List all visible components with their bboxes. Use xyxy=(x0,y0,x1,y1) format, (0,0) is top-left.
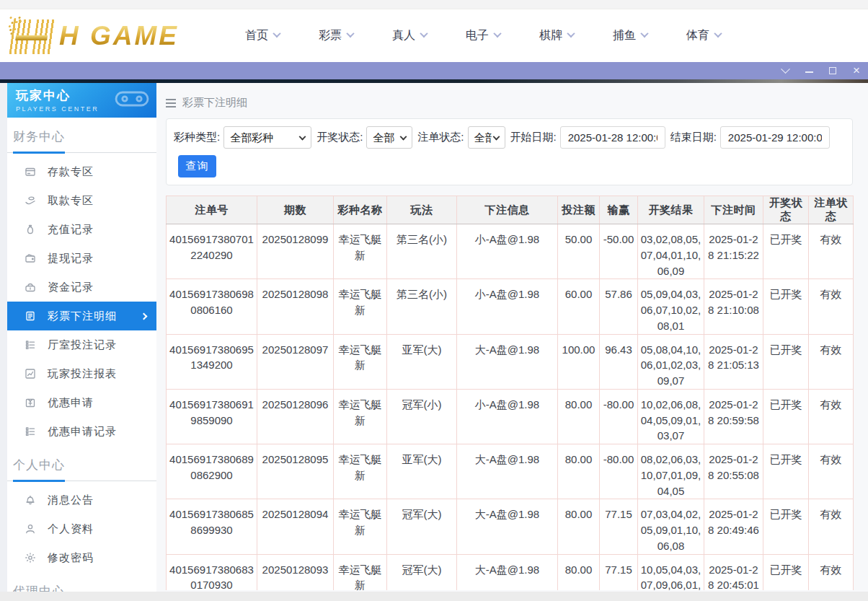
table-cell: 有效 xyxy=(809,499,854,554)
sidebar-item-label: 厅室投注记录 xyxy=(48,338,117,352)
sidebar-item-资金记录[interactable]: 资金记录 xyxy=(7,273,156,302)
user-icon xyxy=(25,523,36,535)
table-cell: 冠军(大) xyxy=(387,499,457,554)
sidebar: 玩家中心 PLAYERS CENTER 财务中心存款专区取款专区充值记录提现记录… xyxy=(7,83,156,592)
lottery-type-select[interactable]: 全部彩种 xyxy=(223,126,311,149)
sidebar-item-label: 资金记录 xyxy=(48,281,94,294)
sidebar-item-label: 存款专区 xyxy=(48,165,94,179)
column-header: 开奖状态 xyxy=(763,196,809,224)
table-cell: 大-A盘@1.98 xyxy=(457,499,558,554)
draw-status-select[interactable]: 全部 xyxy=(366,126,412,149)
sidebar-item-取款专区[interactable]: 取款专区 xyxy=(7,186,156,215)
top-navbar: H GAME 首页彩票真人电子棋牌捕鱼体育 xyxy=(0,9,868,62)
table-cell: 20250128097 xyxy=(257,334,334,389)
table-row: 40156917380683017093020250128093幸运飞艇新冠军(… xyxy=(167,554,854,590)
filter-panel: 彩种类型: 全部彩种 开奖状态: 全部 注单状态: 全部 开始日期: 结束日期:… xyxy=(166,118,853,185)
draw-status-label: 开奖状态: xyxy=(316,131,363,144)
bet-status-select[interactable]: 全部 xyxy=(468,126,505,149)
table-cell: 401569173806830170930 xyxy=(167,554,257,590)
table-cell: 20250128093 xyxy=(257,554,334,590)
sidebar-item-个人资料[interactable]: 个人资料 xyxy=(7,514,156,543)
column-header: 开奖结果 xyxy=(638,196,704,224)
footer-strip xyxy=(0,592,868,601)
table-cell: 已开奖 xyxy=(763,334,809,389)
sidebar-item-提现记录[interactable]: 提现记录 xyxy=(7,244,156,273)
main-nav: 首页彩票真人电子棋牌捕鱼体育 xyxy=(245,28,721,43)
nav-item-0[interactable]: 首页 xyxy=(245,28,280,43)
nav-item-2[interactable]: 真人 xyxy=(392,28,427,43)
table-row: 40156917380691985909020250128096幸运飞艇新冠军(… xyxy=(167,389,854,444)
sidebar-item-label: 消息公告 xyxy=(48,493,94,507)
sidebar-item-存款专区[interactable]: 存款专区 xyxy=(7,157,156,186)
nav-item-1[interactable]: 彩票 xyxy=(319,28,353,43)
window-maximize-icon[interactable] xyxy=(828,66,837,75)
end-date-label: 结束日期: xyxy=(670,131,717,144)
window-chevron-down-icon[interactable] xyxy=(781,66,789,75)
chevron-down-icon xyxy=(640,30,648,38)
sidebar-item-充值记录[interactable]: 充值记录 xyxy=(7,215,156,244)
nav-item-3[interactable]: 电子 xyxy=(466,28,500,43)
sidebar-item-label: 取款专区 xyxy=(48,194,94,208)
table-cell: 有效 xyxy=(809,554,854,590)
sidebar-item-玩家投注报表[interactable]: 玩家投注报表 xyxy=(7,359,156,388)
table-cell: 大-A盘@1.98 xyxy=(457,554,558,590)
table-cell: 80.00 xyxy=(558,444,600,499)
table-cell: 10,05,04,03,07,09,06,01,02, xyxy=(638,554,704,590)
window-close-icon[interactable]: × xyxy=(852,66,861,75)
table-cell: 401569173806980806160 xyxy=(167,279,257,334)
table-cell: 2025-01-28 20:49:46 xyxy=(704,499,763,554)
nav-item-6[interactable]: 体育 xyxy=(686,28,721,43)
window-controls: × xyxy=(781,62,862,79)
table-cell: 05,08,04,10,06,01,02,03,09,07 xyxy=(638,334,704,389)
column-header: 期数 xyxy=(257,196,334,224)
nav-item-4[interactable]: 棋牌 xyxy=(539,28,574,43)
breadcrumb: 彩票下注明细 xyxy=(166,96,862,110)
table-cell: 大-A盘@1.98 xyxy=(457,444,558,499)
top-strip xyxy=(0,0,868,9)
table-cell: 2025-01-28 21:05:13 xyxy=(704,334,763,389)
table-cell: 冠军(大) xyxy=(387,554,457,590)
start-date-label: 开始日期: xyxy=(510,131,557,144)
table-cell: 77.15 xyxy=(600,554,638,590)
table-cell: -80.00 xyxy=(600,389,638,444)
hamburger-icon[interactable] xyxy=(166,99,176,108)
sidebar-item-消息公告[interactable]: 消息公告 xyxy=(7,486,156,514)
sidebar-item-label: 修改密码 xyxy=(48,551,94,565)
table-cell: 幸运飞艇新 xyxy=(334,499,387,554)
sidebar-header: 玩家中心 PLAYERS CENTER xyxy=(7,83,156,118)
nav-item-5[interactable]: 捕鱼 xyxy=(613,28,647,43)
query-button[interactable]: 查询 xyxy=(178,155,216,177)
table-cell: 小-A盘@1.98 xyxy=(457,224,558,279)
table-cell: 20250128098 xyxy=(257,279,334,334)
lottery-type-label: 彩种类型: xyxy=(174,131,220,144)
sidebar-item-优惠申请记录[interactable]: 优惠申请记录 xyxy=(7,417,156,446)
table-cell: 2025-01-28 20:55:08 xyxy=(704,444,763,499)
table-cell: 20250128094 xyxy=(257,499,334,554)
table-cell: 幸运飞艇新 xyxy=(334,279,387,334)
chevron-right-icon xyxy=(141,312,148,320)
table-cell: 401569173806890862900 xyxy=(167,444,257,499)
start-date-input[interactable] xyxy=(560,126,665,149)
end-date-input[interactable] xyxy=(720,126,830,149)
sidebar-item-厅室投注记录[interactable]: 厅室投注记录 xyxy=(7,330,156,359)
table-cell: 05,09,04,03,06,07,10,02,08,01 xyxy=(638,279,704,334)
logo[interactable]: H GAME xyxy=(6,17,199,56)
logo-mark-icon xyxy=(3,17,61,56)
sidebar-item-彩票下注明细[interactable]: 彩票下注明细 xyxy=(7,302,156,330)
window-titlebar: × xyxy=(0,62,868,79)
table-cell: 20250128099 xyxy=(257,224,334,279)
sidebar-item-修改密码[interactable]: 修改密码 xyxy=(7,543,156,572)
table-cell: 有效 xyxy=(809,389,854,444)
table-cell: 80.00 xyxy=(558,499,600,554)
table-cell: 已开奖 xyxy=(763,279,809,334)
column-header: 输赢 xyxy=(600,196,638,224)
table-cell: 20250128096 xyxy=(257,389,334,444)
table-cell: 有效 xyxy=(809,444,854,499)
sidebar-item-优惠申请[interactable]: 优惠申请 xyxy=(7,388,156,417)
sidebar-item-label: 优惠申请记录 xyxy=(48,425,117,439)
main-panel: 彩票下注明细 彩种类型: 全部彩种 开奖状态: 全部 注单状态: 全部 开始日期… xyxy=(156,83,868,592)
table-cell: 已开奖 xyxy=(763,554,809,590)
nav-item-label: 真人 xyxy=(392,28,415,43)
window-minimize-icon[interactable] xyxy=(805,66,813,75)
purse-icon xyxy=(25,281,36,293)
